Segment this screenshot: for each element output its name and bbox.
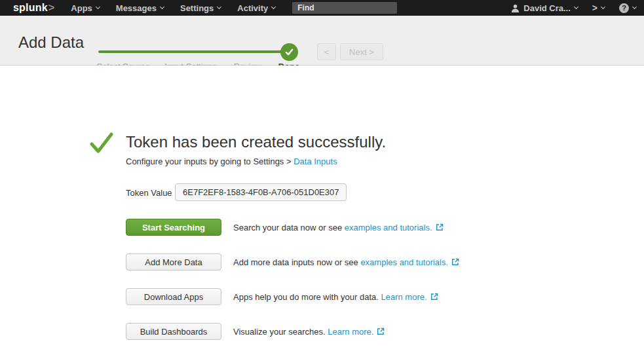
- configure-text: Configure your inputs by going to Settin…: [126, 157, 294, 166]
- external-link-icon: [436, 223, 444, 231]
- find-search-input[interactable]: [292, 2, 397, 14]
- checkmark-icon: [284, 47, 294, 57]
- chevron-down-icon: [96, 5, 100, 9]
- user-icon: [511, 4, 520, 12]
- action-description: Add more data inputs now or see examples…: [233, 257, 459, 267]
- splunk-logo[interactable]: splunk>: [13, 2, 54, 14]
- quick-links-icon: >: [592, 3, 597, 13]
- learn-more-link[interactable]: Learn more.: [381, 292, 426, 302]
- logo-text: splunk: [13, 2, 48, 13]
- external-link-icon: [451, 258, 459, 266]
- main-content: Token has been created successfully. Con…: [0, 65, 644, 352]
- external-link-icon: [430, 293, 438, 301]
- menu-apps[interactable]: Apps: [71, 3, 100, 13]
- description-text: Search your data now or see: [233, 223, 345, 232]
- chevron-down-icon: [271, 5, 276, 9]
- description-text: Visualize your searches.: [233, 327, 328, 337]
- add-more-data-button[interactable]: Add More Data: [126, 253, 221, 270]
- download-apps-button[interactable]: Download Apps: [126, 288, 221, 305]
- user-name: David Cra...: [523, 3, 571, 13]
- splunk-add-data-page: splunk> Apps Messages Settings Activity …: [0, 0, 644, 353]
- chevron-down-icon: [217, 5, 221, 9]
- action-row-add-more-data: Add More Data Add more data inputs now o…: [126, 253, 459, 270]
- description-text: Add more data inputs now or see: [233, 257, 360, 267]
- data-inputs-link[interactable]: Data Inputs: [294, 157, 337, 166]
- action-description: Search your data now or see examples and…: [233, 223, 444, 232]
- top-navigation-bar: splunk> Apps Messages Settings Activity …: [0, 0, 644, 16]
- action-row-download-apps: Download Apps Apps help you do more with…: [126, 288, 438, 305]
- success-heading: Token has been created successfully.: [126, 133, 386, 151]
- action-description: Apps help you do more with your data. Le…: [233, 292, 438, 302]
- logo-arrow-icon: >: [48, 2, 55, 13]
- chevron-down-icon: [632, 5, 637, 9]
- action-description: Visualize your searches. Learn more.: [233, 327, 385, 337]
- topbar-right-group: David Cra... > ?: [511, 3, 636, 13]
- menu-messages-label: Messages: [116, 3, 157, 13]
- configure-instructions: Configure your inputs by going to Settin…: [126, 157, 337, 166]
- menu-activity[interactable]: Activity: [237, 3, 275, 13]
- menu-messages[interactable]: Messages: [116, 3, 164, 13]
- action-row-build-dashboards: Build Dashboards Visualize your searches…: [126, 323, 385, 340]
- menu-apps-label: Apps: [71, 3, 92, 13]
- menu-settings-label: Settings: [180, 3, 214, 13]
- done-step-indicator: [280, 43, 298, 61]
- token-value-field[interactable]: [175, 183, 347, 201]
- user-menu[interactable]: David Cra...: [511, 3, 578, 13]
- help-menu[interactable]: ?: [619, 3, 636, 13]
- action-row-start-searching: Start Searching Search your data now or …: [126, 219, 444, 236]
- menu-activity-label: Activity: [237, 3, 268, 13]
- build-dashboards-button[interactable]: Build Dashboards: [126, 323, 221, 340]
- chevron-down-icon: [574, 5, 578, 9]
- chevron-down-icon: [601, 5, 605, 9]
- page-title: Add Data: [18, 33, 84, 52]
- start-searching-button[interactable]: Start Searching: [126, 219, 221, 236]
- learn-more-link[interactable]: Learn more.: [328, 327, 373, 337]
- success-checkmark-icon: [90, 131, 113, 155]
- token-value-label: Token Value: [126, 188, 172, 198]
- help-icon: ?: [619, 3, 629, 13]
- wizard-header: Add Data Select Source Input Settings Re…: [0, 16, 644, 65]
- back-button[interactable]: <: [317, 43, 336, 60]
- menu-settings[interactable]: Settings: [180, 3, 221, 13]
- external-link-icon: [377, 327, 385, 335]
- progress-line: [98, 50, 282, 53]
- description-text: Apps help you do more with your data.: [233, 292, 381, 302]
- chevron-down-icon: [160, 5, 164, 9]
- quick-links-menu[interactable]: >: [592, 3, 605, 13]
- examples-tutorials-link[interactable]: examples and tutorials.: [345, 223, 432, 232]
- next-button[interactable]: Next >: [340, 43, 383, 60]
- examples-tutorials-link[interactable]: examples and tutorials.: [360, 257, 448, 267]
